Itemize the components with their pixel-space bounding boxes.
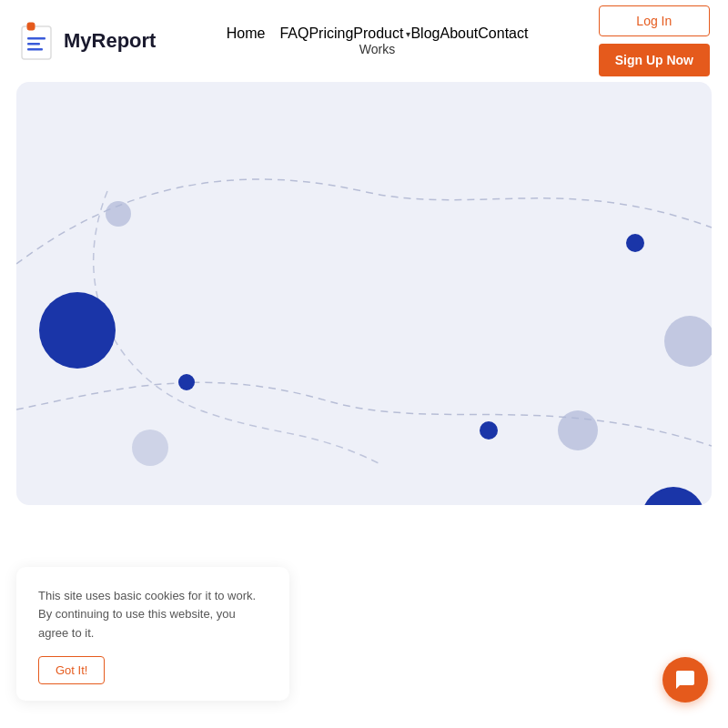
svg-rect-4	[27, 48, 43, 51]
circle-8	[626, 234, 644, 252]
svg-rect-3	[27, 43, 40, 46]
logo-text: MyReport	[64, 29, 156, 53]
nav-faq[interactable]: FAQ	[279, 25, 308, 42]
nav-row2: Works	[352, 42, 402, 56]
circle-3	[178, 374, 195, 390]
logo[interactable]: MyReport	[18, 21, 156, 61]
svg-rect-1	[27, 23, 35, 30]
nav-product[interactable]: Product ▾	[353, 25, 410, 42]
cookie-line2: By continuing to use this website, you a…	[38, 607, 236, 640]
svg-rect-2	[27, 37, 46, 40]
nav-contact[interactable]: Contact	[478, 25, 528, 42]
circle-7	[558, 410, 598, 450]
circle-4	[132, 430, 168, 466]
login-button[interactable]: Log In	[599, 5, 710, 36]
nav-buttons: Log In Sign Up Now	[599, 5, 710, 76]
nav-how-it-works[interactable]	[265, 30, 279, 37]
nav-pricing[interactable]: Pricing	[308, 25, 353, 42]
cookie-banner: This site uses basic cookies for it to w…	[16, 567, 289, 701]
cookie-accept-button[interactable]: Got It!	[38, 656, 105, 684]
cookie-text: This site uses basic cookies for it to w…	[38, 587, 268, 643]
nav-group: Home FAQ Pricing Product ▾ Blog About Co…	[227, 25, 529, 56]
chat-icon	[674, 669, 696, 691]
circle-1	[106, 201, 131, 227]
cookie-line1: This site uses basic cookies for it to w…	[38, 589, 256, 602]
logo-icon	[18, 21, 55, 61]
nav-row1: Home FAQ Pricing Product ▾ Blog About Co…	[227, 25, 529, 42]
circle-6	[480, 421, 498, 440]
signup-button[interactable]: Sign Up Now	[599, 44, 710, 76]
nav-how-it-works-label[interactable]: Works	[352, 42, 402, 56]
circle-9	[664, 316, 712, 367]
hero-section	[16, 82, 712, 505]
nav-product-label: Product	[353, 25, 403, 42]
navbar: MyReport Home FAQ Pricing Product ▾ Blog…	[0, 0, 728, 82]
nav-home[interactable]: Home	[227, 25, 266, 42]
nav-about[interactable]: About	[440, 25, 478, 42]
decorative-paths	[16, 82, 712, 505]
nav-blog[interactable]: Blog	[410, 25, 440, 42]
chat-button[interactable]	[662, 657, 708, 703]
circle-2	[39, 292, 116, 369]
